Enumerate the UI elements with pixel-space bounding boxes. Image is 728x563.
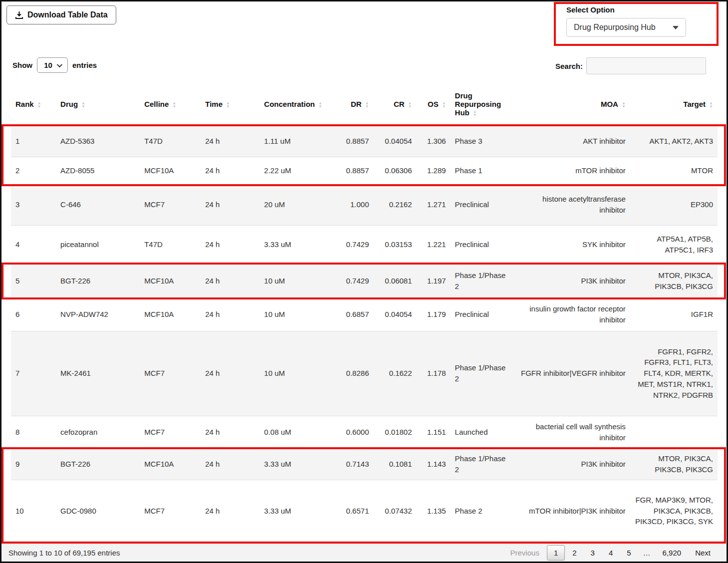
column-header-drug-repurposing-hub[interactable]: Drug Repurposing Hub▲▼ bbox=[451, 82, 515, 126]
column-label: Drug Repurposing Hub bbox=[455, 91, 501, 117]
cell-time: 24 h bbox=[201, 157, 259, 184]
cell-cr: 0.04054 bbox=[373, 298, 416, 331]
cell-time: 24 h bbox=[201, 480, 259, 542]
cell-drug: C-646 bbox=[56, 184, 140, 225]
table-row[interactable]: 3C-646MCF724 h20 uM1.0000.21621.271Precl… bbox=[11, 184, 718, 225]
download-icon bbox=[15, 11, 23, 19]
table-row[interactable]: 2AZD-8055MCF10A24 h2.22 uM0.88570.063061… bbox=[11, 157, 718, 184]
cell-drug-repurposing-hub: Phase 1/Phase 2 bbox=[451, 449, 515, 480]
cell-cr: 0.03153 bbox=[373, 225, 416, 264]
cell-rank: 8 bbox=[11, 416, 56, 449]
chevron-down-icon bbox=[57, 61, 62, 67]
cell-target bbox=[630, 416, 718, 449]
table-row[interactable]: 4piceatannolT47D24 h3.33 uM0.74290.03153… bbox=[11, 225, 718, 264]
table-row[interactable]: 10GDC-0980MCF724 h3.33 uM0.65710.074321.… bbox=[11, 480, 718, 542]
cell-moa: PI3K inhibitor bbox=[515, 264, 630, 298]
column-label: Drug bbox=[60, 100, 78, 108]
column-header-dr[interactable]: DR▲▼ bbox=[339, 82, 373, 126]
page-size-select[interactable]: 10 bbox=[37, 57, 68, 73]
column-header-target[interactable]: Target▲▼ bbox=[630, 82, 718, 126]
column-header-cr[interactable]: CR▲▼ bbox=[373, 82, 416, 126]
cell-drug: BGT-226 bbox=[56, 449, 140, 480]
download-table-data-button[interactable]: Download Table Data bbox=[6, 5, 116, 24]
cell-celline: MCF10A bbox=[140, 449, 201, 480]
table-row[interactable]: 7MK-2461MCF724 h10 uM0.82860.16221.178Ph… bbox=[11, 331, 718, 416]
pagination-previous[interactable]: Previous bbox=[503, 546, 546, 560]
cell-rank: 1 bbox=[11, 126, 56, 157]
cell-cr: 0.1081 bbox=[373, 449, 416, 480]
sort-arrows-icon: ▲▼ bbox=[318, 101, 322, 108]
column-header-rank[interactable]: Rank▲▼ bbox=[11, 82, 56, 126]
cell-time: 24 h bbox=[201, 331, 259, 416]
table-row[interactable]: 6NVP-ADW742MCF10A24 h10 uM0.68570.040541… bbox=[11, 298, 718, 331]
cell-os: 1.179 bbox=[417, 298, 451, 331]
table-header-row: Rank▲▼Drug▲▼Celline▲▼Time▲▼Concentration… bbox=[11, 82, 718, 126]
pagination-page-6,920[interactable]: 6,920 bbox=[656, 546, 688, 560]
pagination-page-5[interactable]: 5 bbox=[620, 546, 637, 560]
pagination-page-2[interactable]: 2 bbox=[566, 546, 583, 560]
column-header-time[interactable]: Time▲▼ bbox=[201, 82, 259, 126]
pagination-next[interactable]: Next bbox=[688, 546, 718, 560]
cell-moa: insulin growth factor receptor inhibitor bbox=[515, 298, 630, 331]
page-size-value: 10 bbox=[44, 61, 52, 69]
cell-target: AKT1, AKT2, AKT3 bbox=[630, 126, 718, 157]
cell-celline: T47D bbox=[140, 225, 201, 264]
cell-os: 1.143 bbox=[417, 449, 451, 480]
column-header-celline[interactable]: Celline▲▼ bbox=[140, 82, 201, 126]
table-row[interactable]: 8cefozopranMCF724 h0.08 uM0.60000.018021… bbox=[11, 416, 718, 449]
cell-drug: piceatannol bbox=[56, 225, 140, 264]
cell-dr: 0.8857 bbox=[339, 157, 373, 184]
cell-drug-repurposing-hub: Preclinical bbox=[451, 225, 515, 264]
cell-celline: MCF10A bbox=[140, 157, 201, 184]
column-label: Concentration bbox=[264, 100, 315, 108]
download-button-label: Download Table Data bbox=[27, 10, 108, 19]
pagination-page-1[interactable]: 1 bbox=[547, 545, 565, 561]
cell-concentration: 0.08 uM bbox=[259, 416, 339, 449]
cell-target: EP300 bbox=[630, 184, 718, 225]
table-row[interactable]: 5BGT-226MCF10A24 h10 uM0.74290.060811.19… bbox=[11, 264, 718, 298]
column-header-os[interactable]: OS▲▼ bbox=[417, 82, 451, 126]
cell-moa: AKT inhibitor bbox=[515, 126, 630, 157]
cell-time: 24 h bbox=[201, 225, 259, 264]
cell-moa: mTOR inhibitor|PI3K inhibitor bbox=[515, 480, 630, 542]
cell-moa: bacterial cell wall synthesis inhibitor bbox=[515, 416, 630, 449]
column-header-concentration[interactable]: Concentration▲▼ bbox=[259, 82, 339, 126]
show-label: Show bbox=[12, 61, 32, 69]
cell-drug-repurposing-hub: Phase 1 bbox=[451, 157, 515, 184]
cell-celline: MCF10A bbox=[140, 298, 201, 331]
cell-drug-repurposing-hub: Phase 3 bbox=[451, 126, 515, 157]
column-label: OS bbox=[428, 100, 439, 108]
pagination-page-3[interactable]: 3 bbox=[584, 546, 601, 560]
table-row[interactable]: 1AZD-5363T47D24 h1.11 uM0.88570.040541.3… bbox=[11, 126, 718, 157]
dataset-select[interactable]: Drug Repurposing Hub bbox=[566, 18, 686, 37]
cell-target: IGF1R bbox=[630, 298, 718, 331]
cell-drug: NVP-ADW742 bbox=[56, 298, 140, 331]
cell-time: 24 h bbox=[201, 264, 259, 298]
column-header-drug[interactable]: Drug▲▼ bbox=[56, 82, 140, 126]
cell-time: 24 h bbox=[201, 416, 259, 449]
cell-rank: 2 bbox=[11, 157, 56, 184]
column-label: Rank bbox=[15, 100, 34, 108]
search-group: Search: bbox=[555, 57, 706, 74]
column-header-moa[interactable]: MOA▲▼ bbox=[515, 82, 630, 126]
cell-target: ATP5A1, ATP5B, ATP5C1, IRF3 bbox=[630, 225, 718, 264]
cell-concentration: 3.33 uM bbox=[259, 449, 339, 480]
column-label: MOA bbox=[601, 100, 618, 108]
cell-drug-repurposing-hub: Phase 1/Phase 2 bbox=[451, 264, 515, 298]
cell-dr: 0.6571 bbox=[339, 480, 373, 542]
cell-time: 24 h bbox=[201, 298, 259, 331]
sort-arrows-icon: ▲▼ bbox=[172, 101, 176, 108]
cell-moa: PI3K inhibitor bbox=[515, 449, 630, 480]
pagination-page-4[interactable]: 4 bbox=[602, 546, 619, 560]
caret-down-icon bbox=[673, 26, 679, 29]
dataset-select-value: Drug Repurposing Hub bbox=[574, 23, 656, 32]
cell-concentration: 1.11 uM bbox=[259, 126, 339, 157]
cell-drug-repurposing-hub: Preclinical bbox=[451, 298, 515, 331]
cell-os: 1.197 bbox=[417, 264, 451, 298]
search-input[interactable] bbox=[586, 57, 706, 74]
sort-arrows-icon: ▲▼ bbox=[473, 110, 477, 117]
cell-drug: BGT-226 bbox=[56, 264, 140, 298]
cell-moa: mTOR inhibitor bbox=[515, 157, 630, 184]
table-row[interactable]: 9BGT-226MCF10A24 h3.33 uM0.71430.10811.1… bbox=[11, 449, 718, 480]
cell-os: 1.289 bbox=[417, 157, 451, 184]
